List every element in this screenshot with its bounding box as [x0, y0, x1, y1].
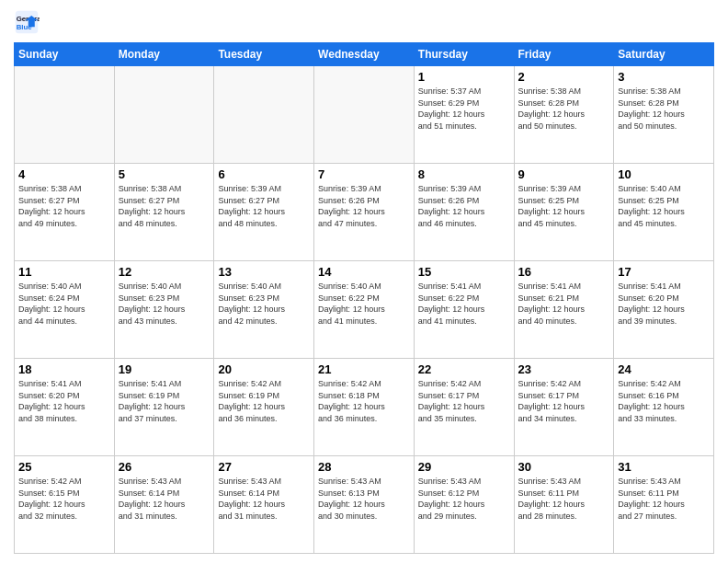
day-number: 7: [318, 167, 410, 181]
day-number: 24: [618, 362, 710, 376]
day-info: Sunrise: 5:40 AM Sunset: 6:24 PM Dayligh…: [18, 281, 110, 327]
day-cell: 12Sunrise: 5:40 AM Sunset: 6:23 PM Dayli…: [114, 261, 214, 359]
day-info: Sunrise: 5:41 AM Sunset: 6:20 PM Dayligh…: [618, 281, 710, 327]
day-number: 16: [518, 265, 610, 279]
day-number: 31: [618, 460, 710, 474]
day-number: 23: [518, 362, 610, 376]
logo: General Blue: [14, 9, 43, 35]
day-cell: 28Sunrise: 5:43 AM Sunset: 6:13 PM Dayli…: [314, 456, 415, 554]
day-cell: 14Sunrise: 5:40 AM Sunset: 6:22 PM Dayli…: [314, 261, 415, 359]
day-info: Sunrise: 5:40 AM Sunset: 6:25 PM Dayligh…: [618, 183, 710, 229]
weekday-header-tuesday: Tuesday: [214, 43, 314, 66]
day-info: Sunrise: 5:43 AM Sunset: 6:11 PM Dayligh…: [618, 476, 710, 522]
day-info: Sunrise: 5:41 AM Sunset: 6:21 PM Dayligh…: [518, 281, 610, 327]
day-cell: 22Sunrise: 5:42 AM Sunset: 6:17 PM Dayli…: [414, 359, 514, 456]
day-cell: [214, 66, 314, 164]
day-cell: 20Sunrise: 5:42 AM Sunset: 6:19 PM Dayli…: [214, 359, 314, 456]
day-cell: [114, 66, 214, 164]
day-number: 4: [18, 167, 110, 181]
day-number: 17: [618, 265, 710, 279]
day-info: Sunrise: 5:43 AM Sunset: 6:11 PM Dayligh…: [518, 476, 610, 522]
day-cell: 25Sunrise: 5:42 AM Sunset: 6:15 PM Dayli…: [15, 456, 115, 554]
day-cell: 7Sunrise: 5:39 AM Sunset: 6:26 PM Daylig…: [314, 164, 415, 261]
day-cell: 26Sunrise: 5:43 AM Sunset: 6:14 PM Dayli…: [114, 456, 214, 554]
day-info: Sunrise: 5:38 AM Sunset: 6:27 PM Dayligh…: [119, 183, 210, 229]
day-number: 9: [518, 167, 610, 181]
day-cell: 9Sunrise: 5:39 AM Sunset: 6:25 PM Daylig…: [514, 164, 614, 261]
day-info: Sunrise: 5:40 AM Sunset: 6:23 PM Dayligh…: [218, 281, 310, 327]
week-row-1: 4Sunrise: 5:38 AM Sunset: 6:27 PM Daylig…: [15, 164, 714, 261]
day-cell: 4Sunrise: 5:38 AM Sunset: 6:27 PM Daylig…: [15, 164, 115, 261]
day-info: Sunrise: 5:41 AM Sunset: 6:19 PM Dayligh…: [119, 378, 210, 424]
day-cell: 30Sunrise: 5:43 AM Sunset: 6:11 PM Dayli…: [514, 456, 614, 554]
day-number: 19: [119, 362, 210, 376]
day-number: 12: [119, 265, 210, 279]
day-cell: 29Sunrise: 5:43 AM Sunset: 6:12 PM Dayli…: [414, 456, 514, 554]
day-number: 8: [418, 167, 510, 181]
day-number: 21: [318, 362, 410, 376]
calendar-table: SundayMondayTuesdayWednesdayThursdayFrid…: [14, 42, 714, 554]
week-row-4: 25Sunrise: 5:42 AM Sunset: 6:15 PM Dayli…: [15, 456, 714, 554]
weekday-header-sunday: Sunday: [15, 43, 115, 66]
day-cell: [15, 66, 115, 164]
day-number: 6: [218, 167, 310, 181]
day-info: Sunrise: 5:38 AM Sunset: 6:28 PM Dayligh…: [518, 86, 610, 132]
week-row-0: 1Sunrise: 5:37 AM Sunset: 6:29 PM Daylig…: [15, 66, 714, 164]
day-number: 27: [218, 460, 310, 474]
day-info: Sunrise: 5:43 AM Sunset: 6:14 PM Dayligh…: [119, 476, 210, 522]
day-info: Sunrise: 5:42 AM Sunset: 6:19 PM Dayligh…: [218, 378, 310, 424]
day-cell: 17Sunrise: 5:41 AM Sunset: 6:20 PM Dayli…: [614, 261, 714, 359]
day-cell: 13Sunrise: 5:40 AM Sunset: 6:23 PM Dayli…: [214, 261, 314, 359]
day-cell: 18Sunrise: 5:41 AM Sunset: 6:20 PM Dayli…: [15, 359, 115, 456]
day-number: 13: [218, 265, 310, 279]
day-number: 2: [518, 70, 610, 84]
day-cell: 8Sunrise: 5:39 AM Sunset: 6:26 PM Daylig…: [414, 164, 514, 261]
weekday-header-wednesday: Wednesday: [314, 43, 415, 66]
weekday-header-monday: Monday: [114, 43, 214, 66]
day-info: Sunrise: 5:42 AM Sunset: 6:15 PM Dayligh…: [18, 476, 110, 522]
day-number: 22: [418, 362, 510, 376]
weekday-header-thursday: Thursday: [414, 43, 514, 66]
day-info: Sunrise: 5:38 AM Sunset: 6:28 PM Dayligh…: [618, 86, 710, 132]
day-info: Sunrise: 5:41 AM Sunset: 6:22 PM Dayligh…: [418, 281, 510, 327]
day-number: 18: [18, 362, 110, 376]
day-number: 25: [18, 460, 110, 474]
day-number: 5: [119, 167, 210, 181]
day-cell: 2Sunrise: 5:38 AM Sunset: 6:28 PM Daylig…: [514, 66, 614, 164]
day-cell: [314, 66, 415, 164]
day-cell: 3Sunrise: 5:38 AM Sunset: 6:28 PM Daylig…: [614, 66, 714, 164]
day-info: Sunrise: 5:38 AM Sunset: 6:27 PM Dayligh…: [18, 183, 110, 229]
day-cell: 23Sunrise: 5:42 AM Sunset: 6:17 PM Dayli…: [514, 359, 614, 456]
day-number: 28: [318, 460, 410, 474]
day-info: Sunrise: 5:39 AM Sunset: 6:27 PM Dayligh…: [218, 183, 310, 229]
day-info: Sunrise: 5:39 AM Sunset: 6:26 PM Dayligh…: [318, 183, 410, 229]
day-info: Sunrise: 5:43 AM Sunset: 6:14 PM Dayligh…: [218, 476, 310, 522]
day-cell: 1Sunrise: 5:37 AM Sunset: 6:29 PM Daylig…: [414, 66, 514, 164]
day-number: 29: [418, 460, 510, 474]
day-number: 15: [418, 265, 510, 279]
day-cell: 16Sunrise: 5:41 AM Sunset: 6:21 PM Dayli…: [514, 261, 614, 359]
header: General Blue: [14, 9, 714, 35]
day-info: Sunrise: 5:42 AM Sunset: 6:17 PM Dayligh…: [518, 378, 610, 424]
day-number: 26: [119, 460, 210, 474]
weekday-header-friday: Friday: [514, 43, 614, 66]
day-cell: 19Sunrise: 5:41 AM Sunset: 6:19 PM Dayli…: [114, 359, 214, 456]
day-info: Sunrise: 5:42 AM Sunset: 6:16 PM Dayligh…: [618, 378, 710, 424]
day-info: Sunrise: 5:37 AM Sunset: 6:29 PM Dayligh…: [418, 86, 510, 132]
day-number: 1: [418, 70, 510, 84]
day-cell: 10Sunrise: 5:40 AM Sunset: 6:25 PM Dayli…: [614, 164, 714, 261]
day-cell: 5Sunrise: 5:38 AM Sunset: 6:27 PM Daylig…: [114, 164, 214, 261]
day-info: Sunrise: 5:42 AM Sunset: 6:17 PM Dayligh…: [418, 378, 510, 424]
day-info: Sunrise: 5:39 AM Sunset: 6:25 PM Dayligh…: [518, 183, 610, 229]
day-number: 3: [618, 70, 710, 84]
weekday-header-saturday: Saturday: [614, 43, 714, 66]
week-row-3: 18Sunrise: 5:41 AM Sunset: 6:20 PM Dayli…: [15, 359, 714, 456]
logo-icon: General Blue: [14, 9, 40, 35]
day-number: 10: [618, 167, 710, 181]
week-row-2: 11Sunrise: 5:40 AM Sunset: 6:24 PM Dayli…: [15, 261, 714, 359]
day-cell: 31Sunrise: 5:43 AM Sunset: 6:11 PM Dayli…: [614, 456, 714, 554]
day-cell: 11Sunrise: 5:40 AM Sunset: 6:24 PM Dayli…: [15, 261, 115, 359]
page: General Blue SundayMondayTuesdayWednesda…: [0, 0, 728, 563]
weekday-header-row: SundayMondayTuesdayWednesdayThursdayFrid…: [15, 43, 714, 66]
day-cell: 15Sunrise: 5:41 AM Sunset: 6:22 PM Dayli…: [414, 261, 514, 359]
